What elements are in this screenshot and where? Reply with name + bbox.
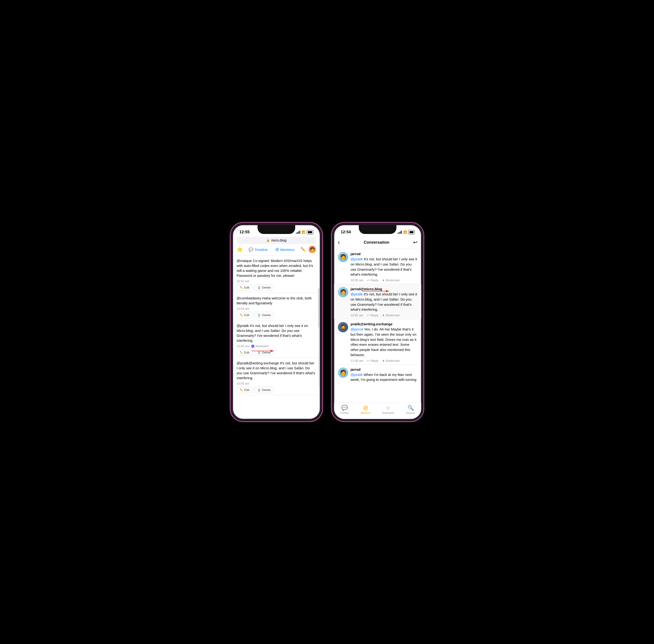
conv-post-2-time: 10:55 am	[351, 314, 363, 317]
mastodon-icon-3: m	[251, 345, 254, 348]
bottom-tab-bookmarks[interactable]: ☆ Bookmarks	[382, 405, 394, 414]
edit-label-4: Edit	[244, 388, 249, 392]
bookmark-button-3[interactable]: ★ Bookmark	[382, 359, 400, 363]
post-3-text: @pratik It's not, but should be! I only …	[236, 323, 316, 343]
jarrod-mention-3[interactable]: @jarrod	[351, 327, 363, 331]
right-signal-bars-icon	[398, 230, 402, 234]
pratik-mention-2[interactable]: @pratik	[351, 292, 363, 296]
reply-button-3[interactable]: ↩ Reply	[367, 359, 378, 363]
bottom-discover-icon: 🔍	[407, 405, 414, 411]
conv-post-3-time: 11:08 am	[351, 359, 363, 363]
edit-icon: ✏️	[240, 286, 243, 289]
delete-label-4: Delete	[262, 388, 271, 392]
feed-post-4: @pratik@writing.exchange It's not, but s…	[233, 358, 320, 395]
conv-post-2: 🧑 jarrod@micro.blog @pratik It's not, bu…	[334, 284, 421, 319]
conv-post-1: 🧑 jarrod @pratik It's not, but should be…	[334, 249, 421, 284]
tab-mentions[interactable]: @ Mentions	[273, 247, 296, 253]
post-3-delete-button[interactable]: 🗑️ Delete	[254, 349, 274, 356]
post-4-edit-button[interactable]: ✏️ Edit	[236, 387, 252, 393]
post-1-time: 10:52 am	[236, 279, 249, 283]
bottom-discover-label: Discover	[406, 412, 415, 414]
tab-timeline[interactable]: 💬 Timeline	[247, 247, 270, 253]
post-1-edit-button[interactable]: ✏️ Edit	[236, 284, 252, 291]
conv-post-3-content: pratik@writing.exchange @jarrod Yes, I d…	[351, 322, 418, 363]
bottom-tab-discover[interactable]: 🔍 Discover	[406, 405, 415, 414]
bottom-tab-mentions[interactable]: @ Mentions	[361, 405, 370, 414]
post-2-delete-button[interactable]: 🗑️ Delete	[254, 312, 274, 318]
url-text: micro.blog	[271, 238, 287, 242]
conv-post-4: 🧑 jarrod @pratik When I'm back at my Mac…	[334, 365, 421, 386]
bottom-tab-timeline[interactable]: 💬 Timeline	[340, 405, 349, 414]
right-status-time: 12:54	[341, 230, 351, 234]
bookmark-button-2[interactable]: ★ Bookmark	[382, 314, 400, 317]
post-4-actions: ✏️ Edit 🗑️ Delete	[236, 387, 316, 393]
post-2-edit-button[interactable]: ✏️ Edit	[236, 312, 252, 318]
tab-timeline-label: Timeline	[254, 248, 268, 252]
edit-label-2: Edit	[244, 313, 249, 317]
post-3-actions: ✏️ Edit 🗑️ Delete	[236, 349, 316, 356]
conv-post-2-content: jarrod@micro.blog @pratik It's not, but …	[351, 287, 418, 317]
conv-post-4-content: jarrod @pratik When I'm back at my Mac n…	[351, 367, 418, 384]
bottom-timeline-icon: 💬	[341, 405, 348, 411]
left-status-time: 12:55	[240, 230, 250, 234]
reply-icon-1: ↩	[367, 278, 369, 282]
battery-icon	[307, 230, 313, 234]
post-3-edit-button[interactable]: ✏️ Edit	[236, 349, 252, 356]
edit-icon-2: ✏️	[240, 314, 243, 317]
post-2-actions: ✏️ Edit 🗑️ Delete	[236, 312, 316, 318]
star-icon[interactable]: ⭐	[236, 247, 243, 253]
conv-post-1-meta: 10:55 am ↩ Reply ★ Bookmark	[351, 278, 418, 282]
conv-post-1-username: jarrod	[351, 252, 418, 256]
right-status-bar: 12:54 📶	[334, 225, 421, 237]
left-status-bar: 12:55 📶	[233, 225, 320, 237]
reply-button-2[interactable]: ↩ Reply	[367, 314, 378, 317]
jarrod-avatar-1: 🧑	[338, 252, 348, 262]
delete-label-3: Delete	[262, 351, 271, 354]
conv-post-3-text: @jarrod Yes, I do. Ah-ha! Maybe that's i…	[351, 327, 418, 358]
red-arrow-annotation-2	[362, 288, 393, 294]
edit-icon-3: ✏️	[240, 351, 243, 354]
compose-icon[interactable]: ✏️	[301, 247, 306, 252]
reply-icon-2: ↩	[367, 314, 369, 317]
conv-post-1-content: jarrod @pratik It's not, but should be! …	[351, 252, 418, 282]
nav-tabs: ⭐ 💬 Timeline @ Mentions ✏️ 🧑	[233, 246, 320, 255]
pratik-mention-4[interactable]: @pratik	[351, 373, 363, 376]
jarrod-avatar-4: 🧑	[338, 367, 348, 378]
conv-post-4-username: jarrod	[351, 367, 418, 371]
bottom-tabs: 💬 Timeline @ Mentions ☆ Bookmarks 🔍 Disc…	[334, 403, 421, 419]
right-wifi-icon: 📶	[403, 230, 407, 234]
feed-post-1: @maique Co-signed. Modern iOS/macOS help…	[233, 255, 320, 293]
avatar[interactable]: 🧑	[309, 246, 316, 253]
bottom-bookmarks-label: Bookmarks	[382, 412, 394, 414]
back-button[interactable]: ‹	[338, 239, 340, 246]
pratik-mention-1[interactable]: @pratik	[351, 257, 363, 261]
delete-icon-2: 🗑️	[257, 314, 261, 317]
post-1-text: @maique Co-signed. Modern iOS/macOS help…	[236, 258, 316, 278]
post-4-delete-button[interactable]: 🗑️ Delete	[254, 387, 274, 393]
conv-post-1-time: 10:55 am	[351, 278, 363, 282]
bookmark-button-1[interactable]: ★ Bookmark	[382, 278, 400, 282]
reply-button-1[interactable]: ↩ Reply	[367, 278, 378, 282]
conv-post-2-text: @pratik It's not, but should be! I only …	[351, 292, 418, 312]
post-1-delete-button[interactable]: 🗑️ Delete	[254, 284, 274, 291]
conv-post-1-text: @pratik It's not, but should be! I only …	[351, 257, 418, 277]
conv-feed: 🧑 jarrod @pratik It's not, but should be…	[334, 249, 421, 403]
edit-label: Edit	[244, 286, 249, 289]
bottom-bookmarks-icon: ☆	[386, 405, 390, 411]
feed-post-3: @pratik It's not, but should be! I only …	[233, 320, 320, 358]
post-2-text: @combatdavey Haha welcome to the club, b…	[236, 296, 316, 305]
nav-actions: ✏️ 🧑	[301, 246, 316, 253]
svg-marker-3	[386, 290, 389, 292]
reply-header-icon[interactable]: ↩	[413, 239, 418, 246]
url-bar[interactable]: 🔒 micro.blog	[236, 237, 316, 244]
post-2-meta: 10:58 am	[236, 307, 316, 310]
conv-header: ‹ Conversation ↩	[334, 237, 421, 249]
scrollbar-track	[318, 288, 319, 386]
conv-post-4-text: @pratik When I'm back at my Mac next wee…	[351, 372, 418, 383]
mentions-icon: @	[275, 247, 279, 252]
delete-label: Delete	[262, 286, 271, 289]
pratik-avatar: 🧔	[338, 322, 348, 332]
post-4-text: @pratik@writing.exchange It's not, but s…	[236, 361, 316, 381]
scrollbar-thumb[interactable]	[318, 288, 319, 327]
conv-post-3: 🧔 pratik@writing.exchange @jarrod Yes, I…	[334, 319, 421, 365]
